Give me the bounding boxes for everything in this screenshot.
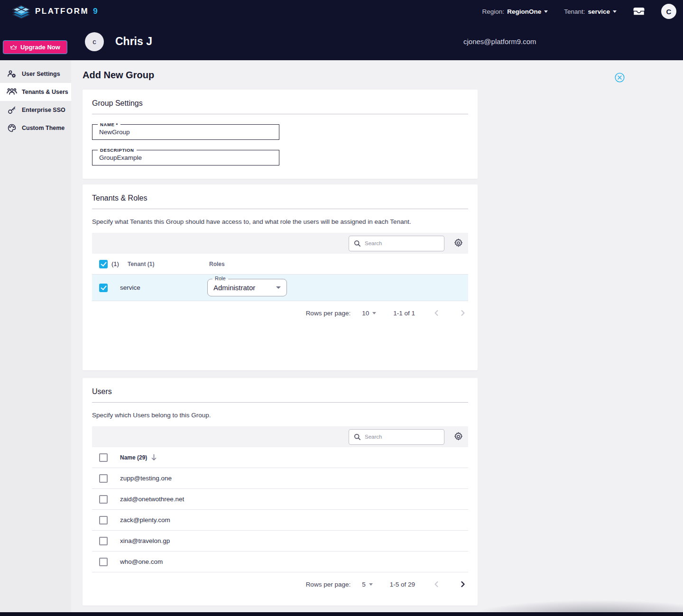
user-row[interactable]: zaid@onetwothree.net <box>92 489 468 510</box>
sidebar-item-label: Tenants & Users <box>22 89 68 95</box>
chevron-down-icon <box>372 312 376 314</box>
user-avatar-button[interactable]: C <box>661 4 676 19</box>
user-row[interactable]: zack@plenty.com <box>92 510 468 531</box>
avatar-letter: C <box>666 8 672 16</box>
description-field: DESCRIPTION <box>92 150 279 165</box>
pagination-range: 1-1 of 1 <box>393 310 415 317</box>
user-email-cell: xina@travelon.gp <box>120 537 170 544</box>
name-column-header[interactable]: Name (29) <box>120 454 157 461</box>
row-checkbox[interactable] <box>99 516 108 524</box>
gear-icon[interactable] <box>453 238 463 248</box>
page-header: Add New Group <box>71 60 683 90</box>
bottom-bar <box>0 612 683 616</box>
users-card: Users Specify which Users belong to this… <box>83 378 478 606</box>
tenant-value: service <box>588 8 610 15</box>
avatar-letter: c <box>92 37 96 46</box>
row-checkbox[interactable] <box>99 284 108 292</box>
upgrade-label: Upgrade Now <box>20 44 60 51</box>
user-row[interactable]: who@one.com <box>92 552 468 572</box>
user-gear-icon <box>7 69 17 79</box>
user-row[interactable]: zupp@testing.one <box>92 468 468 489</box>
select-all-checkbox[interactable] <box>99 453 108 462</box>
tenants-search-input[interactable] <box>365 240 439 246</box>
name-field: NAME * <box>92 124 279 140</box>
sidebar-item-label: Enterprise SSO <box>22 107 65 113</box>
roles-column-header: Roles <box>209 261 225 267</box>
divider <box>92 209 468 209</box>
user-email: cjones@platform9.com <box>463 37 536 46</box>
row-checkbox[interactable] <box>99 474 108 483</box>
close-icon[interactable] <box>615 73 625 83</box>
row-checkbox[interactable] <box>99 495 108 504</box>
app-header: PLATFORM9 Region: RegionOne Tenant: serv… <box>0 0 683 60</box>
role-select-label: Role <box>212 276 228 281</box>
rows-per-page-value: 10 <box>362 310 369 317</box>
users-description: Specify which Users belong to this Group… <box>92 412 468 419</box>
role-select-value: Administrator <box>213 284 255 292</box>
sidebar: User Settings Tenants & Users Enterprise… <box>0 60 71 612</box>
key-icon <box>7 105 17 115</box>
chevron-down-icon <box>544 10 548 13</box>
tenant-selector[interactable]: Tenant: service <box>564 8 617 15</box>
upgrade-now-button[interactable]: Upgrade Now <box>3 40 67 54</box>
user-header: c Chris J cjones@platform9.com <box>71 23 683 60</box>
chevron-down-icon <box>369 583 373 586</box>
user-row[interactable]: xina@travelon.gp <box>92 531 468 552</box>
row-checkbox[interactable] <box>99 537 108 545</box>
divider <box>92 402 468 403</box>
tenant-row-service[interactable]: service Role Administrator <box>92 275 468 301</box>
user-email-cell: who@one.com <box>120 558 163 565</box>
crown-icon <box>10 45 17 50</box>
rows-per-page-label: Rows per page: <box>306 310 351 317</box>
tenant-column-header[interactable]: Tenant (1) <box>128 261 209 267</box>
role-select[interactable]: Role Administrator <box>207 279 287 296</box>
users-table-toolbar <box>92 426 468 447</box>
sort-descending-icon <box>151 454 157 461</box>
rows-per-page-select[interactable]: 5 <box>362 581 373 588</box>
rows-per-page-select[interactable]: 10 <box>362 310 376 317</box>
divider <box>92 114 468 114</box>
users-table-header: Name (29) <box>92 447 468 468</box>
region-selector[interactable]: Region: RegionOne <box>482 8 548 15</box>
tenants-search <box>349 236 444 251</box>
select-all-checkbox[interactable] <box>99 260 108 268</box>
group-settings-card: Group Settings NAME * DESCRIPTION <box>83 90 478 179</box>
palette-icon <box>7 123 17 133</box>
chevron-down-icon <box>613 10 617 13</box>
gear-icon[interactable] <box>453 432 463 442</box>
row-checkbox[interactable] <box>99 558 108 566</box>
tenants-roles-card: Tenants & Roles Specify what Tenants thi… <box>83 184 478 370</box>
search-icon <box>354 240 361 247</box>
users-search-input[interactable] <box>365 434 439 440</box>
name-column-label: Name (29) <box>120 454 147 461</box>
region-value: RegionOne <box>507 8 541 15</box>
inbox-icon[interactable] <box>633 7 645 16</box>
sidebar-item-label: Custom Theme <box>22 125 65 131</box>
next-page-button[interactable] <box>458 308 468 318</box>
sidebar-item-user-settings[interactable]: User Settings <box>0 65 71 83</box>
card-title: Tenants & Roles <box>92 194 468 202</box>
users-pagination: Rows per page: 5 1-5 of 29 <box>92 572 468 596</box>
user-avatar: c <box>85 32 104 51</box>
tenants-table-header: (1) Tenant (1) Roles <box>92 254 468 275</box>
tenants-table-toolbar <box>92 233 468 254</box>
topbar-right: Region: RegionOne Tenant: service C <box>482 4 676 19</box>
sidebar-item-label: User Settings <box>22 71 60 77</box>
sidebar-item-custom-theme[interactable]: Custom Theme <box>0 119 71 137</box>
brand-name: PLATFORM <box>35 7 89 16</box>
rows-per-page-value: 5 <box>362 581 366 588</box>
description-input[interactable] <box>92 150 279 165</box>
previous-page-button[interactable] <box>431 308 442 318</box>
previous-page-button[interactable] <box>431 579 442 589</box>
sidebar-item-enterprise-sso[interactable]: Enterprise SSO <box>0 101 71 119</box>
card-title: Group Settings <box>92 99 468 108</box>
next-page-button[interactable] <box>458 579 468 589</box>
user-email-cell: zupp@testing.one <box>120 475 172 482</box>
sidebar-item-tenants-users[interactable]: Tenants & Users <box>0 83 71 101</box>
main-content: Add New Group Group Settings NAME * DESC… <box>71 60 683 612</box>
user-title: Chris J <box>115 35 152 48</box>
name-input[interactable] <box>92 125 279 139</box>
user-email-cell: zaid@onetwothree.net <box>120 496 184 503</box>
pagination-range: 1-5 of 29 <box>390 581 415 588</box>
selected-count: (1) <box>111 260 122 267</box>
